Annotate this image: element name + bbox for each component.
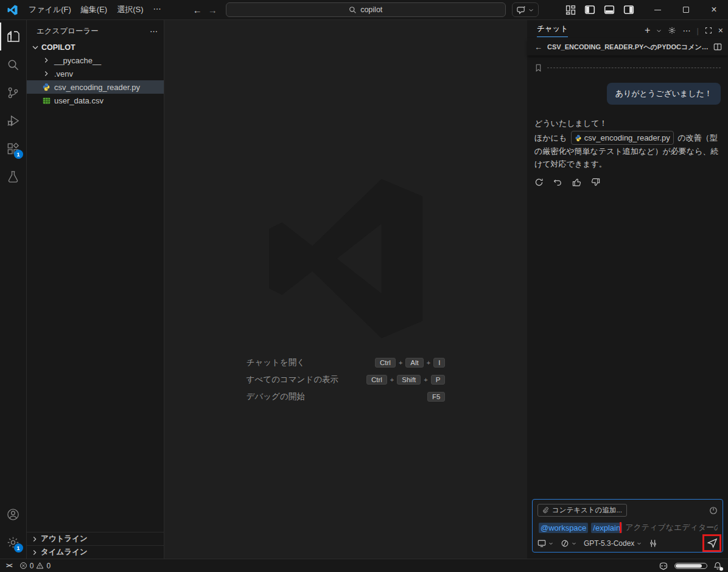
file-row[interactable]: csv_encoding_reader.py [27,80,164,94]
chat-more-actions-icon[interactable]: ⋯ [682,26,690,35]
configure-tools-icon[interactable] [649,539,657,548]
shortcut-keys: Ctrl+Alt+I [366,358,445,368]
account-icon[interactable] [0,500,27,528]
undo-icon[interactable] [553,178,562,187]
toggle-panel-icon[interactable] [604,4,615,15]
python-file-icon [41,83,51,91]
editor-area: チャットを開くCtrl+Alt+Iすべてのコマンドの表示Ctrl+Shift+P… [164,20,527,559]
search-icon [349,6,357,14]
maximize-panel-icon[interactable] [705,27,712,34]
keycap: Alt [405,358,423,368]
activity-explorer-icon[interactable] [0,23,27,51]
bookmark-icon[interactable] [534,64,542,72]
thumbs-up-icon[interactable] [572,178,581,187]
nav-back-button[interactable]: ← [193,5,202,15]
menu-bar: ファイル(F)編集(E)選択(S)⋯ [24,2,166,17]
user-message: ありがとうございました！ [607,83,721,105]
title-bar: ファイル(F)編集(E)選択(S)⋯ ← → copilot [0,0,728,20]
chevron-right-icon [30,535,39,543]
tool-mode-picker[interactable] [561,539,576,548]
section-label: タイムライン [41,547,88,557]
regenerate-icon[interactable] [534,178,544,187]
file-name: __pycache__ [54,56,101,65]
mention-chip[interactable]: @workspace [539,523,588,533]
explorer-more-actions-icon[interactable]: ⋯ [150,27,158,36]
minimize-button[interactable] [644,0,672,20]
sidebar-section[interactable]: アウトライン [27,532,164,545]
problems-indicator[interactable]: 0 0 [19,562,51,570]
chat-input-box[interactable]: コンテキストの追加... @workspace /explain アクティブなエ… [532,499,723,553]
activity-search-icon[interactable] [0,51,27,78]
chat-session-title[interactable]: CSV_ENCODING_READER.PYへのPYDOCコメント追... [547,43,709,52]
sidebar-section[interactable]: タイムライン [27,545,164,559]
customize-layout-icon[interactable] [565,5,576,15]
menu-item-0[interactable]: ファイル(F) [24,2,76,17]
sidebar-title: エクスプローラー [37,26,150,37]
close-button[interactable]: × [700,0,728,20]
checkpoint-divider [547,68,721,68]
vscode-logo-icon [0,5,24,15]
settings-gear-icon[interactable]: 1 [0,528,27,556]
file-name: csv_encoding_reader.py [54,83,140,92]
file-row[interactable]: .venv [27,67,164,80]
status-bar: >< 0 0 [0,559,728,572]
keycap: Ctrl [375,358,396,368]
chevron-right-icon [41,69,51,78]
keycap: P [431,375,446,385]
open-chat-in-editor-icon[interactable] [713,43,722,51]
tab-chat[interactable]: チャット [537,24,568,37]
shortcut-label: チャットを開く [247,357,338,368]
error-count: 0 [30,562,34,570]
add-context-button[interactable]: コンテキストの追加... [537,504,627,517]
shortcut-keys: F5 [366,392,445,402]
new-chat-icon[interactable]: + [645,25,650,36]
close-panel-icon[interactable]: × [718,26,723,35]
model-picker[interactable]: GPT-5.3-Codex [584,539,642,548]
explorer-root-folder[interactable]: COPILOT [27,41,164,54]
copilot-menu-button[interactable] [512,2,539,17]
activity-testing-icon[interactable] [0,162,27,190]
slash-command-chip[interactable]: /explain [591,523,622,533]
sidebar-bottom-sections: アウトラインタイムライン [27,532,164,559]
file-name: user_data.csv [54,96,103,105]
chevron-right-icon [30,548,39,557]
copilot-chat-icon [517,5,526,15]
copilot-status-icon[interactable] [659,561,668,571]
toggle-primary-sidebar-icon[interactable] [584,4,595,15]
command-center-search[interactable]: copilot [226,2,506,17]
assistant-intro: どういたしまして！ [534,117,721,130]
menu-item-2[interactable]: 選択(S) [112,2,148,17]
ghost-suggestion-text: アクティブなエディターのコ [625,522,718,533]
menu-item-3[interactable]: ⋯ [149,2,166,17]
toggle-secondary-sidebar-icon[interactable] [623,4,634,15]
activity-bar: 1 1 [0,20,27,559]
activity-extensions-icon[interactable]: 1 [0,134,27,162]
chat-prompt-line[interactable]: @workspace /explain アクティブなエディターのコ [539,522,718,533]
thumbs-down-icon[interactable] [591,178,600,187]
chat-mode-picker[interactable] [537,539,553,548]
explorer-sidebar: エクスプローラー ⋯ COPILOT __pycache__.venvcsv_e… [27,20,164,559]
activity-source-control-icon[interactable] [0,78,27,106]
nav-forward-button[interactable]: → [208,5,217,15]
keycap: I [433,358,445,368]
chevron-down-icon [30,43,40,52]
activity-run-debug-icon[interactable] [0,106,27,134]
chat-settings-gear-icon[interactable] [668,26,676,35]
chevron-down-icon [528,7,534,13]
remote-indicator[interactable]: >< [6,562,12,569]
shortcut-keys: Ctrl+Shift+P [366,375,445,385]
maximize-button[interactable] [672,0,700,20]
menu-item-1[interactable]: 編集(E) [76,2,112,17]
send-button[interactable] [707,538,718,548]
quota-indicator-icon[interactable] [709,506,718,515]
notifications-bell-icon[interactable] [713,562,722,570]
settings-badge: 1 [14,543,23,553]
new-chat-chevron-icon[interactable] [656,28,662,33]
chat-back-icon[interactable]: ← [534,43,542,52]
file-row[interactable]: user_data.csv [27,94,164,107]
file-reference-chip[interactable]: csv_encoding_reader.py [571,131,674,145]
file-row[interactable]: __pycache__ [27,54,164,67]
copilot-quota-bar[interactable] [674,563,707,569]
shortcut-label: すべてのコマンドの表示 [247,374,338,385]
keycap: Shift [397,375,421,385]
